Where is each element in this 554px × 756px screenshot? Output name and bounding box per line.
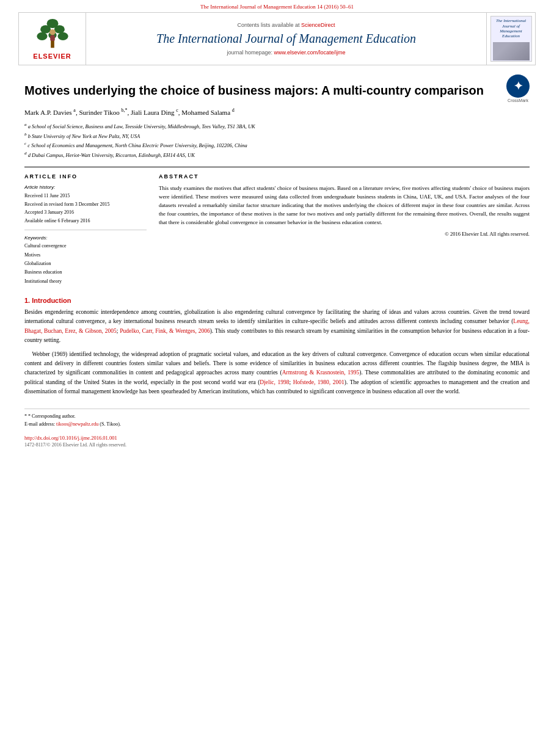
svg-point-3 xyxy=(37,32,47,40)
crossmark-section[interactable]: ✦ CrossMark xyxy=(506,75,530,103)
history-lines: Received 11 June 2015 Received in revise… xyxy=(24,192,147,225)
main-content: Motives underlying the choice of busines… xyxy=(0,65,554,460)
journal-top-bar: The International Journal of Management … xyxy=(0,0,554,12)
affiliations: a a School of Social Science, Business a… xyxy=(24,122,530,159)
svg-point-1 xyxy=(40,25,51,33)
elsevier-tree-icon xyxy=(34,18,71,51)
issn-text: 1472-8117/© 2016 Elsevier Ltd. All right… xyxy=(24,442,530,448)
keywords-section: Keywords: Cultural convergence Motives G… xyxy=(24,235,147,286)
svg-point-7 xyxy=(49,29,55,35)
authors-line: Mark A.P. Davies a, Surinder Tikoo b,*, … xyxy=(24,107,530,118)
copyright-text: © 2016 Elsevier Ltd. All rights reserved… xyxy=(159,231,530,237)
corresponding-author-note: * * Corresponding author. xyxy=(24,413,530,421)
crossmark-label: CrossMark xyxy=(506,98,530,103)
journal-header: ELSEVIER Contents lists available at Sci… xyxy=(18,12,536,65)
paper-title: Motives underlying the choice of busines… xyxy=(24,82,497,98)
svg-rect-8 xyxy=(50,35,55,40)
ref-hofstede-1980[interactable]: Hofstede, 1980, 2001 xyxy=(293,379,344,385)
abstract-text: This study examines the motives that aff… xyxy=(159,184,530,227)
section1-heading: 1. Introduction xyxy=(24,297,530,304)
svg-point-4 xyxy=(57,32,68,40)
body-paragraph-1: Besides engendering economic interdepend… xyxy=(24,308,530,345)
affiliation-b: b b State University of New York at New … xyxy=(24,131,530,140)
journal-thumbnail-section: The International Journal of Management … xyxy=(486,13,535,65)
article-info-col: ARTICLE INFO Article history: Received 1… xyxy=(24,173,147,286)
affiliation-a: a a School of Social Science, Business a… xyxy=(24,122,530,131)
keywords-list: Cultural convergence Motives Globalizati… xyxy=(24,242,147,286)
journal-ref-link[interactable]: The International Journal of Management … xyxy=(200,4,354,10)
crossmark-icon: ✦ xyxy=(506,75,530,98)
ref-armstrong-1995[interactable]: Armstrong & Krasnostein, 1995 xyxy=(282,369,360,376)
svg-rect-6 xyxy=(51,40,54,48)
journal-title: The International Journal of Management … xyxy=(156,31,416,46)
svg-point-2 xyxy=(54,25,64,33)
keywords-label: Keywords: xyxy=(24,235,147,241)
thumbnail-image xyxy=(493,42,530,60)
ref-pudelko-2006[interactable]: Pudelko, Carr, Fink, & Wentges, 2006 xyxy=(120,328,210,334)
doi-link[interactable]: http://dx.doi.org/10.1016/j.ijme.2016.01… xyxy=(24,435,530,441)
affiliation-d: d d Dubai Campus, Heriot-Watt University… xyxy=(24,150,530,159)
info-abstract-section: ARTICLE INFO Article history: Received 1… xyxy=(24,167,530,286)
science-direct-label: Contents lists available at ScienceDirec… xyxy=(237,22,335,28)
email-note: E-mail address: tikoos@newpaltz.edu (S. … xyxy=(24,421,530,429)
article-info-heading: ARTICLE INFO xyxy=(24,173,147,180)
science-direct-link[interactable]: ScienceDirect xyxy=(301,22,335,28)
ref-djelic-1998[interactable]: Djelic, 1998 xyxy=(260,379,289,385)
abstract-col: ABSTRACT This study examines the motives… xyxy=(159,173,530,286)
abstract-heading: ABSTRACT xyxy=(159,173,530,180)
homepage-link[interactable]: www.elsevier.com/locate/ijme xyxy=(274,49,346,56)
ref-leung-2005[interactable]: Leung, Bhagat, Buchan, Erez, & Gibson, 2… xyxy=(24,318,530,333)
elsevier-logo: ELSEVIER xyxy=(33,18,71,60)
journal-thumbnail: The International Journal of Management … xyxy=(490,16,532,62)
affiliation-c: c c School of Economics and Management, … xyxy=(24,140,530,150)
elsevier-logo-section: ELSEVIER xyxy=(19,13,86,65)
journal-title-section: Contents lists available at ScienceDirec… xyxy=(86,13,486,65)
bottom-links: http://dx.doi.org/10.1016/j.ijme.2016.01… xyxy=(24,435,530,448)
footnote-section: * * Corresponding author. E-mail address… xyxy=(24,409,530,429)
body-paragraph-2: Webber (1969) identified technology, the… xyxy=(24,350,530,396)
email-link[interactable]: tikoos@newpaltz.edu xyxy=(56,421,98,427)
history-label: Article history: xyxy=(24,184,147,190)
elsevier-text: ELSEVIER xyxy=(33,53,71,60)
journal-homepage: journal homepage: www.elsevier.com/locat… xyxy=(227,49,345,56)
